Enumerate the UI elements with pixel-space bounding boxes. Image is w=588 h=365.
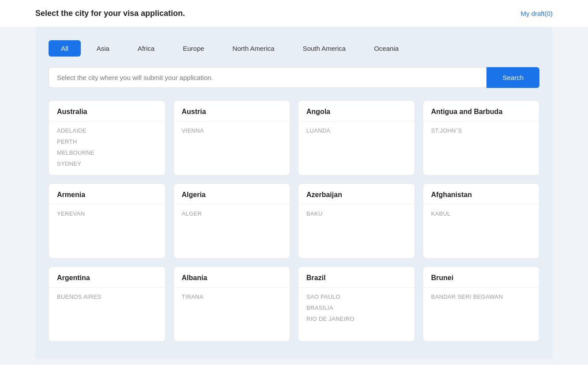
city-item[interactable]: ST.JOHN`S bbox=[431, 126, 531, 135]
main-container: AllAsiaAfricaEuropeNorth AmericaSouth Am… bbox=[35, 27, 553, 359]
city-item[interactable]: SAO PAULO bbox=[306, 292, 407, 301]
country-card: ArgentinaBUENOS AIRES bbox=[49, 266, 166, 342]
country-name: Australia bbox=[49, 101, 165, 122]
city-list: YEREVAN bbox=[49, 205, 165, 224]
country-card: ArmeniaYEREVAN bbox=[49, 183, 166, 259]
country-card: AzerbaijanBAKU bbox=[298, 183, 415, 259]
country-name: Azerbaijan bbox=[298, 184, 415, 205]
search-button[interactable]: Search bbox=[486, 67, 539, 88]
tab-europe[interactable]: Europe bbox=[170, 40, 216, 57]
page-title: Select the city for your visa applicatio… bbox=[35, 9, 185, 18]
city-list: ADELAIDEPERTHMELBOURNESYDNEY bbox=[49, 122, 165, 175]
country-name: Brazil bbox=[298, 267, 415, 288]
city-list: ST.JOHN`S bbox=[423, 122, 539, 141]
city-list: BANDAR SERI BEGAWAN bbox=[423, 288, 539, 308]
tab-oceania[interactable]: Oceania bbox=[362, 40, 411, 57]
country-card: Antigua and BarbudaST.JOHN`S bbox=[423, 100, 540, 175]
country-card: AustraliaADELAIDEPERTHMELBOURNESYDNEY bbox=[49, 100, 166, 175]
city-list: VIENNA bbox=[174, 122, 290, 141]
city-item[interactable]: SYDNEY bbox=[57, 159, 157, 168]
city-item[interactable]: ADELAIDE bbox=[57, 126, 157, 135]
city-item[interactable]: TIRANA bbox=[182, 292, 282, 301]
tab-bar: AllAsiaAfricaEuropeNorth AmericaSouth Am… bbox=[49, 40, 539, 57]
city-item[interactable]: ALGER bbox=[182, 209, 282, 218]
page-header: Select the city for your visa applicatio… bbox=[0, 0, 588, 27]
tab-asia[interactable]: Asia bbox=[84, 40, 122, 57]
country-card: AustriaVIENNA bbox=[173, 100, 290, 175]
city-item[interactable]: BUENOS AIRES bbox=[57, 292, 157, 301]
city-item[interactable]: YEREVAN bbox=[57, 209, 157, 218]
country-name: Albania bbox=[174, 267, 290, 288]
country-name: Afghanistan bbox=[423, 184, 539, 205]
city-item[interactable]: BRASILIA bbox=[306, 303, 407, 312]
city-item[interactable]: PERTH bbox=[57, 137, 157, 146]
country-name: Austria bbox=[174, 101, 290, 122]
city-list: BAKU bbox=[298, 205, 415, 224]
city-item[interactable]: BANDAR SERI BEGAWAN bbox=[431, 292, 531, 301]
country-name: Angola bbox=[298, 101, 415, 122]
tab-north-america[interactable]: North America bbox=[220, 40, 287, 57]
city-list: KABUL bbox=[423, 205, 539, 224]
country-card: AlgeriaALGER bbox=[173, 183, 290, 259]
country-name: Brunei bbox=[423, 267, 539, 288]
city-item[interactable]: MELBOURNE bbox=[57, 148, 157, 157]
city-list: ALGER bbox=[174, 205, 290, 224]
city-list: BUENOS AIRES bbox=[49, 288, 165, 308]
country-name: Antigua and Barbuda bbox=[423, 101, 539, 122]
city-list: SAO PAULOBRASILIARIO DE JANEIRO bbox=[298, 288, 415, 330]
cards-grid: AustraliaADELAIDEPERTHMELBOURNESYDNEYAus… bbox=[49, 100, 539, 342]
country-name: Armenia bbox=[49, 184, 165, 205]
city-item[interactable]: LUANDA bbox=[306, 126, 407, 135]
city-list: TIRANA bbox=[174, 288, 290, 308]
tab-africa[interactable]: Africa bbox=[125, 40, 167, 57]
country-name: Algeria bbox=[174, 184, 290, 205]
search-input[interactable] bbox=[49, 67, 486, 88]
search-bar: Search bbox=[49, 67, 539, 88]
city-item[interactable]: KABUL bbox=[431, 209, 531, 218]
tab-south-america[interactable]: South America bbox=[290, 40, 358, 57]
country-card: BruneiBANDAR SERI BEGAWAN bbox=[423, 266, 540, 342]
city-item[interactable]: BAKU bbox=[306, 209, 407, 218]
country-card: AfghanistanKABUL bbox=[423, 183, 540, 259]
city-item[interactable]: RIO DE JANEIRO bbox=[306, 314, 407, 323]
city-list: LUANDA bbox=[298, 122, 415, 141]
country-card: BrazilSAO PAULOBRASILIARIO DE JANEIRO bbox=[298, 266, 415, 342]
city-item[interactable]: VIENNA bbox=[182, 126, 282, 135]
my-draft-link[interactable]: My draft(0) bbox=[520, 10, 553, 17]
tab-all[interactable]: All bbox=[49, 40, 81, 57]
country-card: AlbaniaTIRANA bbox=[173, 266, 290, 342]
country-name: Argentina bbox=[49, 267, 165, 288]
country-card: AngolaLUANDA bbox=[298, 100, 415, 175]
